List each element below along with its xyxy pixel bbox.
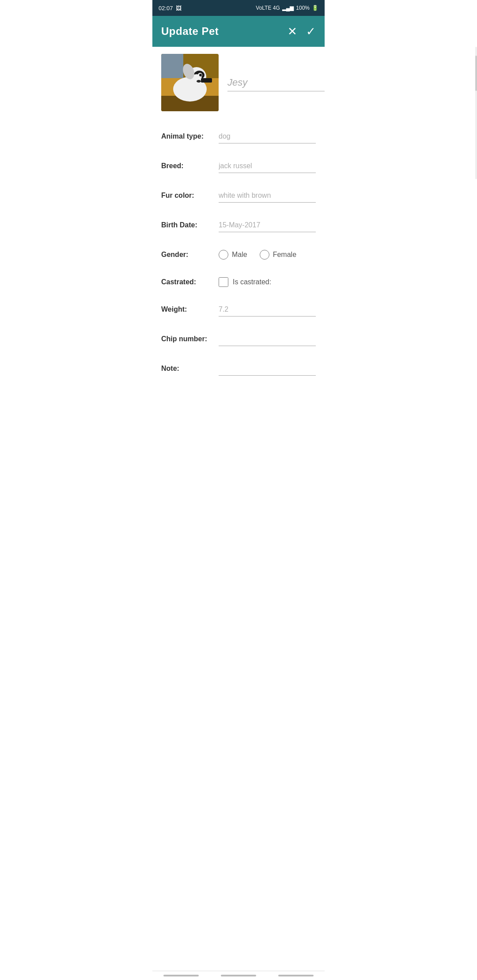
castrated-checkbox-label[interactable]: Is castrated: xyxy=(233,278,271,286)
weight-label: Weight: xyxy=(161,303,219,313)
pet-name-input[interactable] xyxy=(227,74,325,91)
chip-number-input[interactable] xyxy=(219,332,316,346)
svg-point-10 xyxy=(199,74,202,76)
chip-number-row: Chip number: xyxy=(161,324,316,354)
animal-type-input[interactable] xyxy=(219,130,316,143)
birth-date-label: Birth Date: xyxy=(161,219,219,229)
gender-row: Gender: Male Female xyxy=(161,240,316,268)
confirm-icon[interactable]: ✓ xyxy=(306,26,316,37)
gender-female-option[interactable]: Female xyxy=(260,250,296,260)
animal-type-label: Animal type: xyxy=(161,130,219,140)
gender-radio-group: Male Female xyxy=(219,248,296,260)
status-right: VoLTE 4G ▂▄▆ 100% 🔋 xyxy=(256,5,318,11)
svg-point-12 xyxy=(180,91,187,100)
main-content: Animal type: Breed: Fur color: Birth Dat… xyxy=(152,47,325,401)
weight-input[interactable] xyxy=(219,303,316,317)
battery-icon: 🔋 xyxy=(312,5,318,11)
birth-date-input[interactable] xyxy=(219,219,316,232)
castrated-checkbox[interactable] xyxy=(219,277,228,287)
fur-color-input[interactable] xyxy=(219,189,316,203)
gender-female-label: Female xyxy=(273,251,296,259)
birth-date-row: Birth Date: xyxy=(161,211,316,240)
breed-label: Breed: xyxy=(161,159,219,170)
note-row: Note: xyxy=(161,354,316,384)
gender-male-label: Male xyxy=(232,251,247,259)
castrated-label: Castrated: xyxy=(161,275,219,286)
svg-rect-13 xyxy=(201,78,212,83)
status-bar: 02:07 🖼 VoLTE 4G ▂▄▆ 100% 🔋 xyxy=(152,0,325,16)
close-icon[interactable]: ✕ xyxy=(288,26,297,37)
castrated-checkbox-group: Is castrated: xyxy=(219,275,271,287)
weight-row: Weight: xyxy=(161,295,316,324)
gender-label: Gender: xyxy=(161,248,219,259)
gender-male-option[interactable]: Male xyxy=(219,250,247,260)
header: Update Pet ✕ ✓ xyxy=(152,16,325,47)
note-label: Note: xyxy=(161,362,219,373)
signal-bars-icon: ▂▄▆ xyxy=(282,5,294,11)
gender-male-radio[interactable] xyxy=(219,250,228,260)
pet-photo[interactable] xyxy=(161,54,219,111)
image-icon: 🖼 xyxy=(176,5,182,11)
time-display: 02:07 xyxy=(159,5,173,11)
gender-female-radio[interactable] xyxy=(260,250,269,260)
breed-row: Breed: xyxy=(161,151,316,181)
fur-color-label: Fur color: xyxy=(161,189,219,200)
animal-type-row: Animal type: xyxy=(161,122,316,151)
chip-number-label: Chip number: xyxy=(161,332,219,343)
svg-rect-2 xyxy=(161,54,183,80)
fur-color-row: Fur color: xyxy=(161,181,316,211)
breed-input[interactable] xyxy=(219,159,316,173)
status-left: 02:07 🖼 xyxy=(159,5,182,11)
note-input[interactable] xyxy=(219,362,316,376)
page-title: Update Pet xyxy=(161,25,219,38)
svg-point-8 xyxy=(197,80,201,83)
signal-label: VoLTE 4G xyxy=(256,5,280,11)
castrated-row: Castrated: Is castrated: xyxy=(161,268,316,295)
pet-top-row xyxy=(161,54,316,111)
battery-level: 100% xyxy=(296,5,310,11)
header-actions: ✕ ✓ xyxy=(288,26,316,37)
